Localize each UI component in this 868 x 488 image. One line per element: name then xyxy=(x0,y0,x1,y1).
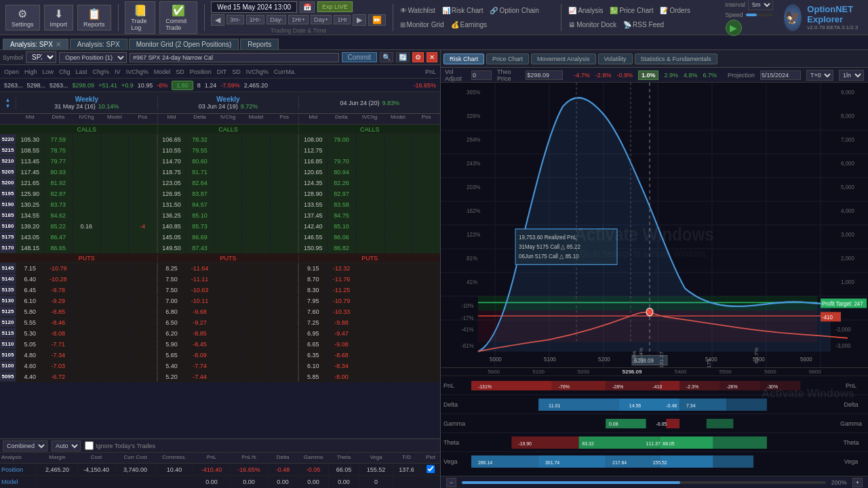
period-3m[interactable]: 3m- xyxy=(226,15,244,24)
projection-date[interactable] xyxy=(760,70,801,80)
earnings-btn[interactable]: 💰Earnings xyxy=(451,21,487,28)
price-chart-tab[interactable]: Price Chart xyxy=(486,54,529,64)
period-1hr2[interactable]: 1Hr+ xyxy=(288,15,309,24)
monitor-grid-btn[interactable]: ⊞Monitor Grid xyxy=(400,21,444,28)
settings-button[interactable]: ⚙ Settings xyxy=(5,5,40,30)
risk-chart-btn[interactable]: 📊Risk Chart xyxy=(442,7,484,14)
svg-text:5200: 5200 xyxy=(598,355,610,363)
settings-icon-btn[interactable]: ⚙ xyxy=(412,52,424,62)
svg-text:8,000: 8,000 xyxy=(841,113,854,120)
theo-price-input[interactable] xyxy=(526,70,563,80)
svg-text:326%: 326% xyxy=(467,113,481,120)
position-select[interactable]: Open Position (1) xyxy=(59,52,127,63)
analysis-btn[interactable]: 📈Analysis xyxy=(568,7,603,14)
tab-close-1[interactable]: ✕ xyxy=(56,41,61,48)
svg-text:Go to Settings to activate Win: Go to Settings to activate Windows. xyxy=(580,248,708,259)
trade-log-button[interactable]: 📒 Trade Log xyxy=(125,1,155,34)
svg-rect-99 xyxy=(707,419,734,428)
price-chart-btn[interactable]: 💹Price Chart xyxy=(610,7,653,14)
put-row: 5115 5.30 -8.08 6.20 -8.85 6.95 -9.47 xyxy=(0,328,440,339)
watchlist-btn[interactable]: 👁Watchlist xyxy=(400,7,435,14)
last-val: $298.09 xyxy=(73,82,95,89)
ignore-label: Ignore Today's Trades xyxy=(96,443,155,449)
commit-trade-button[interactable]: ✅ Commit Trade xyxy=(159,1,197,34)
zoom-out-btn[interactable]: − xyxy=(446,478,456,487)
svg-text:-131%: -131% xyxy=(478,384,492,388)
svg-text:284%: 284% xyxy=(467,136,481,144)
projection-period[interactable]: 1ln xyxy=(839,70,864,81)
svg-text:5131.27: 5131.27 xyxy=(659,351,665,367)
stats-tab[interactable]: Statistics & Fundamentals xyxy=(635,54,717,64)
monitor-dock-btn[interactable]: 🖥Monitor Dock xyxy=(568,21,616,28)
zoom-in-btn[interactable]: + xyxy=(852,478,863,487)
nav-up-btn[interactable]: ▲ ▼ xyxy=(0,97,16,109)
projection-label: Projection xyxy=(728,72,755,79)
svg-text:31May 5175 Call △  85.22: 31May 5175 Call △ 85.22 xyxy=(519,243,580,250)
svg-text:111.37: 111.37 xyxy=(646,441,660,445)
fast-fwd-btn[interactable]: ⏩ xyxy=(368,14,386,26)
play-button[interactable]: ▶ xyxy=(726,20,742,36)
vega-right-label: Vega xyxy=(834,458,868,465)
import-button[interactable]: ⬇ Import xyxy=(44,5,74,30)
reports-button[interactable]: 📋 Reports xyxy=(77,5,111,30)
proj-pct-5: 2.9% xyxy=(664,72,678,79)
risk-chart-tab[interactable]: Risk Chart xyxy=(443,54,484,64)
tab-analysis-spx-2[interactable]: Analysis: SPX xyxy=(70,39,127,49)
svg-text:5175: 5175 xyxy=(707,359,712,367)
svg-rect-78 xyxy=(659,381,679,390)
chg-label: Chg xyxy=(59,68,71,75)
svg-text:2,000: 2,000 xyxy=(841,255,854,262)
ivchg-val: -6% xyxy=(157,82,167,89)
next-btn[interactable]: ▶ xyxy=(353,14,366,26)
period-day[interactable]: Day- xyxy=(267,15,286,24)
call-row: 5185 134.55 84.62 136.25 85.10 137.45 84… xyxy=(0,210,440,221)
tab-monitor-grid[interactable]: Monitor Grid (2 Open Positions) xyxy=(129,39,239,49)
period-1hr[interactable]: 1Hr- xyxy=(246,15,265,24)
vol-adjust-label: Vol Adjust xyxy=(445,68,466,82)
commit-button[interactable]: Commit xyxy=(342,52,377,62)
proj-pct-4: 1.0% xyxy=(638,70,659,80)
symbol-label: Symbol xyxy=(3,54,23,61)
volatility-tab[interactable]: Volatility xyxy=(598,54,633,64)
svg-rect-113 xyxy=(659,455,713,468)
orders-btn[interactable]: 📝Orders xyxy=(660,7,690,14)
svg-rect-81 xyxy=(760,381,800,390)
svg-text:-10%: -10% xyxy=(461,302,474,310)
exp-live-badge: Exp LIVE xyxy=(317,1,353,12)
period-1hr3[interactable]: 1Hr xyxy=(334,15,351,24)
projection-option[interactable]: T+0 xyxy=(806,70,833,81)
svg-text:6,000: 6,000 xyxy=(841,160,854,167)
call-row: 5200 121.65 81.92 123.05 82.64 124.35 82… xyxy=(0,178,440,188)
tab-reports[interactable]: Reports xyxy=(240,39,279,49)
date-input[interactable]: Wed 15 May 2024 13:00 xyxy=(211,1,297,13)
svg-text:06Jun 5175 Call △  85.10: 06Jun 5175 Call △ 85.10 xyxy=(519,252,579,260)
dit-label: DIT xyxy=(217,68,227,75)
close-icon-btn[interactable]: ✕ xyxy=(427,52,437,62)
risk-chart-svg: 365% 326% 284% 243% 203% 162% 122% 81% 4… xyxy=(441,83,868,367)
ignore-today-checkbox[interactable] xyxy=(85,441,94,450)
strategy-input[interactable] xyxy=(130,53,339,62)
period-day2[interactable]: Day+ xyxy=(311,15,332,24)
ivchg-label: IVChg% xyxy=(126,68,149,75)
search-icon-btn[interactable]: 🔍 xyxy=(380,52,393,62)
rss-feed-btn[interactable]: 📡RSS Feed xyxy=(623,21,664,28)
movement-analysis-tab[interactable]: Movement Analysis xyxy=(531,54,596,64)
svg-text:365%: 365% xyxy=(467,89,481,96)
calls-label3: CALLS xyxy=(299,126,440,133)
prev-btn[interactable]: ◀ xyxy=(211,14,224,26)
analysis-mode[interactable]: Auto xyxy=(52,441,81,451)
svg-text:162%: 162% xyxy=(467,207,481,215)
analysis-combo[interactable]: Combined xyxy=(3,441,47,451)
app-logo: 🦅 OptionNET Explorer v2.0.78 BETA 3.1/2.… xyxy=(784,4,863,31)
symbol-select[interactable]: SPX xyxy=(26,52,56,63)
interval-select[interactable]: 5m xyxy=(748,0,773,10)
theta-label-chart: Theta xyxy=(441,439,471,446)
refresh-icon-btn[interactable]: 🔄 xyxy=(396,52,410,62)
option-chain-btn[interactable]: 🔗Option Chain xyxy=(490,7,538,14)
tab-analysis-spx-1[interactable]: Analysis: SPX ✕ xyxy=(3,39,68,49)
svg-rect-79 xyxy=(679,381,719,390)
position-label: Position xyxy=(190,68,212,75)
calendar-icon[interactable]: 📅 xyxy=(300,1,315,13)
puts-label3: PUTS xyxy=(299,255,440,262)
vol-adjust-input[interactable] xyxy=(471,70,492,80)
